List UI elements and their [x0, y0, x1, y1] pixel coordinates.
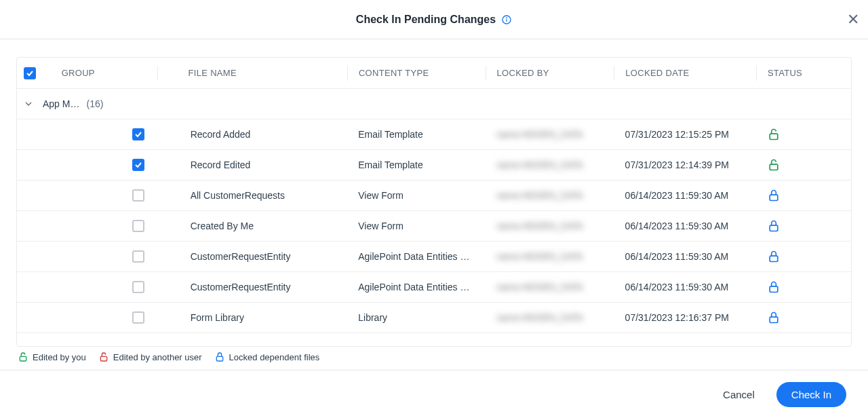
column-separator: [157, 66, 158, 81]
close-icon: ✕: [847, 11, 859, 28]
row-checkbox-cell: [17, 189, 158, 202]
cell-filename: All CustomerRequests: [158, 190, 348, 201]
row-checkbox[interactable]: [132, 281, 144, 293]
select-all-checkbox[interactable]: [24, 67, 36, 79]
legend: Edited by you Edited by another user Loc…: [16, 347, 852, 366]
lock-blue-icon: [767, 189, 781, 202]
unlock-red-icon: [98, 352, 109, 362]
cell-status: [756, 219, 851, 233]
header-content-type[interactable]: CONTENT TYPE: [348, 68, 486, 78]
cell-locked-date: 07/31/2023 12:16:37 PM: [614, 312, 757, 323]
svg-rect-10: [20, 356, 26, 361]
changes-table: GROUP FILE NAME CONTENT TYPE LOCKED BY L…: [16, 57, 852, 347]
table-body[interactable]: App M… (16) Record AddedEmail Templatena…: [17, 89, 851, 346]
unlock-green-icon: [767, 158, 781, 172]
cell-locked-date: 06/14/2023 11:59:30 AM: [614, 190, 757, 201]
cell-locked-by: name.HIDDEN_DATA: [486, 190, 614, 201]
row-checkbox[interactable]: [132, 250, 144, 263]
dialog-title: Check In Pending Changes: [356, 14, 496, 26]
group-row[interactable]: App M… (16): [17, 89, 851, 119]
cell-filename: Record Added: [158, 129, 348, 140]
cell-content-type: Email Template: [347, 150, 486, 180]
header-filename[interactable]: FILE NAME: [159, 68, 347, 78]
lock-blue-icon: [767, 219, 781, 233]
table-row[interactable]: All CustomerRequestsView Formname.HIDDEN…: [17, 180, 851, 211]
row-checkbox-cell: [17, 220, 158, 232]
lock-blue-icon: [767, 280, 781, 294]
cell-locked-by: name.HIDDEN_DATA: [486, 129, 614, 140]
cell-locked-date: 07/31/2023 12:15:25 PM: [614, 129, 757, 140]
lock-blue-icon: [767, 311, 781, 324]
cell-locked-by: name.HIDDEN_DATA: [486, 221, 614, 231]
svg-rect-4: [770, 164, 778, 170]
checkin-dialog: Check In Pending Changes ✕ GROUP FILE NA…: [0, 0, 868, 418]
cancel-button[interactable]: Cancel: [719, 383, 759, 406]
lock-blue-icon: [214, 352, 225, 362]
svg-point-2: [507, 18, 507, 18]
header-group[interactable]: GROUP: [58, 68, 157, 78]
svg-rect-3: [770, 134, 778, 139]
table-header-row: GROUP FILE NAME CONTENT TYPE LOCKED BY L…: [17, 58, 851, 89]
cell-locked-by: name.HIDDEN_DATA: [486, 159, 614, 170]
locked-by-redacted: name.HIDDEN_DATA: [496, 190, 583, 201]
header-status[interactable]: STATUS: [757, 68, 851, 78]
header-locked-by[interactable]: LOCKED BY: [486, 68, 614, 78]
svg-rect-8: [770, 286, 778, 292]
cell-locked-date: 06/14/2023 11:59:30 AM: [614, 251, 757, 262]
header-locked-date[interactable]: LOCKED DATE: [614, 68, 756, 78]
group-count: (16): [86, 98, 103, 109]
locked-by-redacted: name.HIDDEN_DATA: [496, 129, 583, 140]
row-checkbox[interactable]: [132, 220, 144, 232]
cell-locked-by: name.HIDDEN_DATA: [486, 251, 614, 262]
row-checkbox-cell: [17, 159, 158, 171]
cell-status: [756, 189, 851, 202]
svg-rect-5: [770, 195, 778, 200]
locked-by-redacted: name.HIDDEN_DATA: [496, 251, 583, 262]
locked-by-redacted: name.HIDDEN_DATA: [496, 159, 583, 170]
table-row[interactable]: Record EditedEmail Templatename.HIDDEN_D…: [17, 150, 851, 180]
table-row[interactable]: Record AddedEmail Templatename.HIDDEN_DA…: [17, 119, 851, 150]
row-checkbox[interactable]: [132, 159, 144, 171]
dialog-header: Check In Pending Changes ✕: [0, 0, 868, 39]
cell-locked-by: name.HIDDEN_DATA: [486, 312, 614, 323]
legend-edited-by-other: Edited by another user: [98, 352, 202, 362]
cell-status: [756, 250, 851, 263]
svg-rect-6: [770, 225, 778, 231]
row-checkbox[interactable]: [132, 128, 144, 140]
dialog-title-wrap: Check In Pending Changes: [356, 14, 512, 26]
svg-rect-9: [770, 317, 778, 322]
table-row[interactable]: CustomerRequestEntityAgilePoint Data Ent…: [17, 272, 851, 303]
row-checkbox[interactable]: [132, 311, 144, 324]
cell-locked-date: 06/14/2023 11:59:30 AM: [614, 221, 757, 231]
chevron-down-icon[interactable]: [22, 98, 35, 110]
cell-filename: Created By Me: [158, 221, 348, 231]
legend-locked-dependent: Locked dependent files: [214, 352, 320, 362]
info-icon[interactable]: [501, 14, 512, 25]
svg-rect-12: [216, 356, 222, 361]
unlock-green-icon: [18, 352, 28, 362]
cell-filename: CustomerRequestEntity: [158, 251, 348, 262]
row-checkbox-cell: [17, 250, 158, 263]
cell-content-type: AgilePoint Data Entities …: [347, 242, 486, 272]
cell-locked-date: 06/14/2023 11:59:30 AM: [614, 282, 757, 292]
row-checkbox-cell: [17, 128, 158, 140]
cell-content-type: Email Template: [347, 119, 486, 150]
cell-locked-by: name.HIDDEN_DATA: [486, 282, 614, 292]
header-checkbox-cell: [17, 67, 58, 79]
close-button[interactable]: ✕: [845, 12, 861, 28]
cell-status: [756, 280, 851, 294]
cell-status: [756, 158, 851, 172]
cell-filename: Record Edited: [158, 159, 348, 170]
cell-locked-date: 07/31/2023 12:14:39 PM: [614, 159, 757, 170]
table-row[interactable]: CustomerRequestEntityAgilePoint Data Ent…: [17, 242, 851, 272]
lock-blue-icon: [767, 250, 781, 263]
row-checkbox[interactable]: [132, 189, 144, 202]
locked-by-redacted: name.HIDDEN_DATA: [496, 282, 583, 292]
table-row[interactable]: Form LibraryLibraryname.HIDDEN_DATA07/31…: [17, 303, 851, 333]
group-name: App M…: [43, 98, 79, 109]
locked-by-redacted: name.HIDDEN_DATA: [496, 221, 583, 231]
cell-content-type: AgilePoint Data Entities …: [347, 272, 486, 303]
checkin-button[interactable]: Check In: [776, 382, 846, 407]
table-row[interactable]: Created By MeView Formname.HIDDEN_DATA06…: [17, 211, 851, 242]
locked-by-redacted: name.HIDDEN_DATA: [496, 312, 583, 323]
